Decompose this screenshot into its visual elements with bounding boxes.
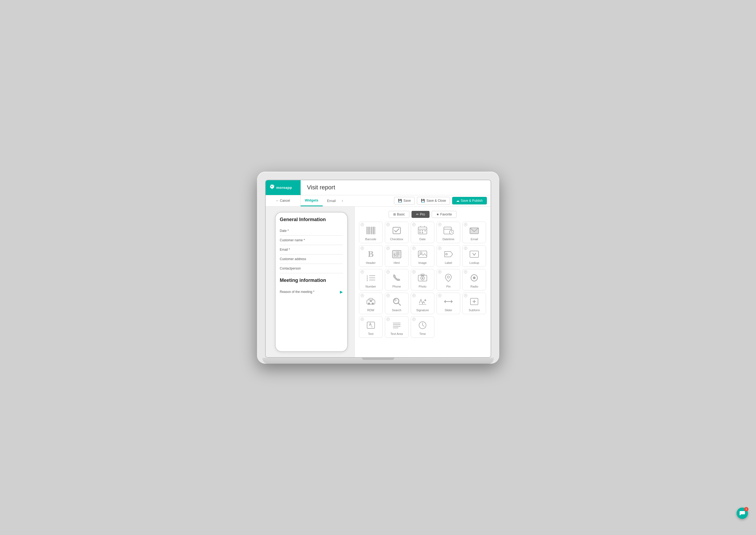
widget-filter-bar: ⊞ Basic ✏ Pro ★ Favorite xyxy=(359,211,486,218)
app-header: moreapp Visit report xyxy=(266,180,491,195)
pin-label: Pin xyxy=(446,285,451,288)
svg-rect-1 xyxy=(368,227,368,234)
field-arrow-icon: ▶ xyxy=(340,290,343,294)
svg-point-32 xyxy=(446,253,447,255)
save-publish-button[interactable]: ☁ Save & Publish xyxy=(452,197,487,205)
widget-signature[interactable]: i Signature xyxy=(411,293,434,314)
filter-basic[interactable]: ⊞ Basic xyxy=(389,211,409,218)
widget-info-icon: i xyxy=(387,223,390,226)
widget-phone[interactable]: i Phone xyxy=(385,269,409,291)
widget-subform[interactable]: i Subform xyxy=(462,293,486,314)
publish-icon: ☁ xyxy=(456,199,459,203)
svg-rect-16 xyxy=(419,232,421,233)
widget-grid: i xyxy=(359,222,486,338)
datetime-label: Datetime xyxy=(443,238,454,241)
filter-favorite[interactable]: ★ Favorite xyxy=(432,211,456,218)
field-customer-address: Customer address xyxy=(280,254,343,264)
save-icon: 💾 xyxy=(398,199,402,203)
photo-label: Photo xyxy=(419,285,426,288)
header-label: Header xyxy=(366,261,376,265)
widget-lookup[interactable]: i Lookup xyxy=(462,245,486,267)
widget-info-icon: i xyxy=(361,270,364,273)
widget-label[interactable]: i Label xyxy=(437,245,460,267)
widget-textarea[interactable]: i Text Area xyxy=(385,316,409,338)
widget-info-icon: i xyxy=(412,270,416,273)
image-label: Image xyxy=(419,261,427,265)
filter-pro[interactable]: ✏ Pro xyxy=(412,211,429,218)
widget-info-icon: i xyxy=(361,247,364,250)
widget-info-icon: i xyxy=(438,223,441,226)
widget-date[interactable]: i xyxy=(411,222,434,243)
widget-number[interactable]: i 1 2 3 Number xyxy=(359,269,383,291)
widget-info-icon: i xyxy=(464,223,467,226)
widget-photo[interactable]: i Photo xyxy=(411,269,434,291)
widget-info-icon: i xyxy=(412,247,416,250)
filter-pro-icon: ✏ xyxy=(416,212,419,216)
svg-rect-15 xyxy=(424,230,426,231)
number-label: Number xyxy=(365,285,376,288)
save-close-icon: 💾 xyxy=(421,199,425,203)
widget-info-icon: i xyxy=(464,247,467,250)
widget-image[interactable]: i Image xyxy=(411,245,434,267)
time-icon xyxy=(416,319,429,331)
email-icon xyxy=(467,225,481,237)
svg-line-52 xyxy=(398,303,400,305)
widget-info-icon: i xyxy=(412,318,416,321)
svg-rect-6 xyxy=(373,227,374,234)
svg-rect-0 xyxy=(366,227,367,234)
header-actions: 💾 Save 💾 Save & Close ☁ Save & Publish xyxy=(394,197,490,205)
date-icon xyxy=(416,225,429,237)
chat-badge: 2 xyxy=(744,507,748,511)
save-close-button[interactable]: 💾 Save & Close xyxy=(417,197,450,205)
number-icon: 1 2 3 xyxy=(364,272,378,284)
slider-icon xyxy=(441,296,455,307)
widget-barcode[interactable]: i xyxy=(359,222,383,243)
svg-rect-5 xyxy=(372,227,373,234)
widget-header[interactable]: i B Header xyxy=(359,245,383,267)
tab-widgets[interactable]: Widgets xyxy=(301,195,323,206)
widget-info-icon: i xyxy=(361,223,364,226)
laptop-screen: moreapp Visit report ← Cancel Widgets Em… xyxy=(265,180,491,358)
widget-text[interactable]: i Text xyxy=(359,316,383,338)
widget-info-icon: i xyxy=(387,270,390,273)
svg-point-48 xyxy=(368,303,370,305)
textarea-icon xyxy=(390,319,404,331)
widget-radio[interactable]: i Radio xyxy=(462,269,486,291)
widget-html[interactable]: i 5 Html xyxy=(385,245,409,267)
widget-info-icon: i xyxy=(412,223,416,226)
widget-email[interactable]: i Email xyxy=(462,222,486,243)
widget-checkbox[interactable]: i Checkbox xyxy=(385,222,409,243)
widget-info-icon: i xyxy=(361,318,364,321)
svg-line-72 xyxy=(422,325,424,326)
svg-marker-57 xyxy=(444,300,446,303)
widget-rdw[interactable]: i RDW xyxy=(359,293,383,314)
phone-label: Phone xyxy=(393,285,401,288)
section-general-info: General Information xyxy=(280,217,343,222)
cancel-btn[interactable]: ← Cancel xyxy=(266,195,301,206)
phone-preview-area: General Information Date * Customer name… xyxy=(266,207,355,357)
nav-bar: ← Cancel Widgets Email › 💾 Save 💾 Save xyxy=(266,195,491,207)
widget-info-icon: i xyxy=(464,270,467,273)
label-icon xyxy=(441,248,455,260)
svg-point-53 xyxy=(394,299,396,301)
svg-rect-2 xyxy=(369,227,369,234)
radio-label: Radio xyxy=(471,285,478,288)
save-button[interactable]: 💾 Save xyxy=(394,197,415,205)
widget-info-icon: i xyxy=(438,247,441,250)
svg-rect-50 xyxy=(370,300,372,302)
svg-rect-62 xyxy=(367,322,375,328)
filter-basic-icon: ⊞ xyxy=(393,212,396,216)
svg-text:3: 3 xyxy=(366,279,368,282)
label-label: Label xyxy=(445,261,452,265)
chat-bubble[interactable]: 2 xyxy=(737,508,748,519)
widget-pin[interactable]: i Pin xyxy=(437,269,460,291)
svg-point-42 xyxy=(422,277,423,279)
date-label: Date xyxy=(419,238,425,241)
tab-email[interactable]: Email xyxy=(323,195,340,206)
widget-datetime[interactable]: i Datetime xyxy=(437,222,460,243)
widget-time[interactable]: i Time xyxy=(411,316,434,338)
checkbox-icon xyxy=(390,225,404,237)
widget-search[interactable]: i Search xyxy=(385,293,409,314)
widget-slider[interactable]: i Slider xyxy=(437,293,460,314)
photo-icon xyxy=(416,272,429,284)
